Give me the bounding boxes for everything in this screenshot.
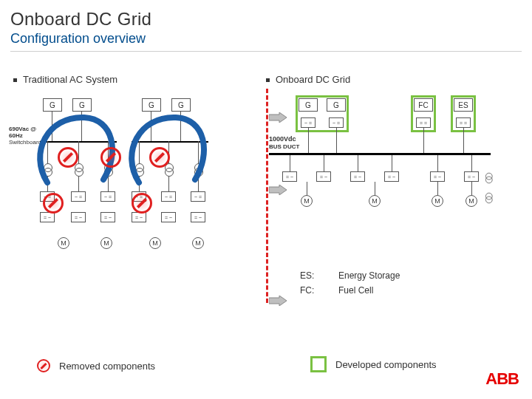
line bbox=[375, 182, 375, 195]
converter-icon: = ~ bbox=[40, 212, 55, 222]
abbr-val: Fuel Cell bbox=[338, 285, 373, 296]
bus-hz: 60Hz bbox=[9, 132, 23, 139]
converter-icon: = ~ bbox=[282, 171, 297, 182]
no-entry-icon bbox=[43, 193, 64, 214]
right-diagram: G G FC ES ~ = ~ = = = = = 1000Vdc BUS DU… bbox=[266, 95, 519, 273]
right-heading-row: Onboard DC Grid bbox=[266, 74, 519, 85]
table-row: FC: Fuel Cell bbox=[300, 285, 400, 296]
abbr-key: FC: bbox=[300, 285, 321, 296]
motor-icon: M bbox=[432, 195, 443, 207]
right-column: Onboard DC Grid G G FC ES ~ = ~ = = = = … bbox=[266, 74, 519, 273]
line bbox=[471, 155, 472, 171]
line bbox=[423, 128, 424, 153]
divider bbox=[10, 51, 522, 52]
dc-bus bbox=[269, 153, 491, 155]
motor-icon: M bbox=[466, 195, 477, 207]
converter-icon: = ~ bbox=[464, 171, 479, 182]
motor-icon: M bbox=[149, 237, 161, 249]
line bbox=[463, 128, 464, 153]
arrow-right-icon bbox=[269, 112, 287, 123]
transformer-icon bbox=[485, 173, 491, 183]
line bbox=[437, 182, 438, 195]
converter-icon: = ~ bbox=[132, 212, 146, 222]
developed-frame bbox=[411, 95, 436, 132]
no-entry-icon bbox=[58, 147, 78, 168]
converter-icon: = ~ bbox=[100, 212, 115, 222]
left-heading: Traditional AC System bbox=[23, 74, 117, 85]
line bbox=[336, 128, 337, 153]
left-heading-row: Traditional AC System bbox=[13, 74, 266, 85]
no-entry-icon bbox=[100, 147, 121, 168]
converter-icon: = ~ bbox=[350, 171, 365, 182]
converter-icon: = ~ bbox=[191, 212, 205, 222]
legend-developed: Developed components bbox=[310, 356, 437, 372]
line bbox=[324, 155, 324, 171]
line bbox=[392, 155, 392, 171]
converter-icon: = ~ bbox=[71, 212, 86, 222]
line bbox=[471, 182, 472, 195]
transition-divider bbox=[266, 89, 268, 303]
dc-bus-duct: BUS DUCT bbox=[269, 144, 299, 151]
line bbox=[308, 128, 309, 153]
arrow-right-icon bbox=[269, 296, 287, 306]
line bbox=[290, 155, 290, 171]
motor-icon: M bbox=[100, 237, 112, 249]
abbr-key: ES: bbox=[300, 270, 321, 281]
no-entry-icon bbox=[37, 359, 50, 372]
motor-icon: M bbox=[58, 237, 69, 249]
left-column: Traditional AC System G G G G bbox=[13, 74, 266, 273]
bullet-icon bbox=[13, 78, 17, 82]
abbreviation-table: ES: Energy Storage FC: Fuel Cell bbox=[300, 270, 400, 300]
legend-removed-label: Removed components bbox=[59, 361, 155, 372]
converter-icon: = ~ bbox=[384, 171, 399, 182]
converter-icon: = ~ bbox=[161, 212, 176, 222]
converter-icon: = ~ bbox=[430, 171, 445, 182]
page-title: Onboard DC Grid bbox=[10, 9, 522, 30]
dc-bus-voltage: 1000Vdc bbox=[269, 135, 296, 143]
arrow-right-icon bbox=[269, 185, 287, 195]
developed-frame bbox=[296, 95, 349, 132]
green-square-icon bbox=[310, 356, 327, 372]
table-row: ES: Energy Storage bbox=[300, 270, 400, 281]
bullet-icon bbox=[266, 78, 270, 82]
right-heading: Onboard DC Grid bbox=[276, 74, 350, 85]
page-subtitle: Configuration overview bbox=[10, 31, 522, 47]
converter-icon: = ~ bbox=[316, 171, 331, 182]
legend-removed: Removed components bbox=[37, 359, 155, 372]
left-diagram: G G G G 690Vac @ 60Hz Switchboard bbox=[13, 95, 266, 273]
abb-logo: ABB bbox=[485, 369, 519, 389]
abbr-val: Energy Storage bbox=[338, 270, 400, 281]
legend-developed-label: Developed components bbox=[335, 359, 437, 370]
motor-icon: M bbox=[369, 195, 381, 207]
motor-icon: M bbox=[192, 237, 204, 249]
no-entry-icon bbox=[132, 193, 152, 214]
line bbox=[437, 155, 438, 171]
line bbox=[307, 182, 307, 195]
slide: Onboard DC Grid Configuration overview T… bbox=[0, 0, 532, 399]
developed-frame bbox=[451, 95, 476, 132]
no-entry-icon bbox=[149, 147, 170, 168]
motor-icon: M bbox=[301, 195, 313, 207]
line bbox=[358, 155, 358, 171]
transformer-icon bbox=[485, 193, 491, 203]
